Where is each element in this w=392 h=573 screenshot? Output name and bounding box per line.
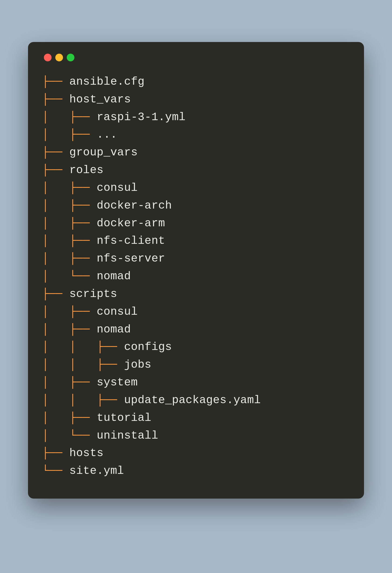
tree-row: ├── scripts [42, 285, 350, 303]
tree-item-name: jobs [124, 358, 151, 371]
tree-row: │ ├── tutorial [42, 409, 350, 427]
tree-row: │ ├── consul [42, 179, 350, 197]
tree-item-name: system [97, 376, 138, 389]
tree-row: ├── host_vars [42, 91, 350, 108]
tree-branch-prefix: │ ├── [42, 323, 97, 336]
tree-branch-prefix: ├── [42, 447, 69, 459]
tree-row: │ ├── ... [42, 126, 350, 144]
tree-row: │ ├── consul [42, 303, 350, 321]
tree-branch-prefix: │ │ ├── [42, 341, 124, 353]
terminal-window: ├── ansible.cfg├── host_vars│ ├── raspi-… [28, 42, 364, 499]
tree-row: │ │ ├── configs [42, 338, 350, 356]
tree-row: │ ├── system [42, 374, 350, 392]
tree-row: │ ├── nomad [42, 321, 350, 339]
tree-branch-prefix: │ ├── [42, 181, 97, 194]
tree-row: │ └── nomad [42, 268, 350, 285]
tree-item-name: docker-arm [97, 217, 165, 230]
tree-branch-prefix: ├── [42, 93, 69, 106]
tree-branch-prefix: │ ├── [42, 305, 97, 318]
tree-item-name: nfs-server [97, 252, 165, 265]
maximize-icon[interactable] [67, 54, 74, 61]
tree-branch-prefix: │ ├── [42, 234, 97, 247]
tree-row: │ └── uninstall [42, 427, 350, 445]
tree-branch-prefix: ├── [42, 164, 69, 176]
window-titlebar [42, 54, 350, 61]
tree-branch-prefix: │ ├── [42, 412, 97, 424]
tree-branch-prefix: ├── [42, 75, 69, 88]
tree-branch-prefix: │ │ ├── [42, 358, 124, 371]
tree-item-name: site.yml [69, 465, 124, 477]
tree-branch-prefix: │ ├── [42, 252, 97, 265]
tree-item-name: consul [97, 181, 138, 194]
tree-item-name: raspi-3-1.yml [97, 111, 185, 124]
tree-branch-prefix: │ │ ├── [42, 394, 124, 406]
tree-item-name: configs [124, 341, 172, 353]
tree-item-name: nfs-client [97, 234, 165, 247]
tree-branch-prefix: ├── [42, 146, 69, 159]
tree-row: │ ├── docker-arch [42, 197, 350, 215]
tree-branch-prefix: │ ├── [42, 128, 97, 141]
close-icon[interactable] [44, 54, 52, 61]
tree-row: │ ├── docker-arm [42, 215, 350, 232]
tree-row: ├── hosts [42, 445, 350, 462]
tree-branch-prefix: ├── [42, 288, 69, 300]
tree-branch-prefix: │ ├── [42, 111, 97, 124]
tree-item-name: hosts [69, 447, 104, 459]
tree-item-name: nomad [97, 323, 131, 336]
tree-row: │ │ ├── update_packages.yaml [42, 392, 350, 409]
tree-branch-prefix: │ └── [42, 270, 97, 283]
minimize-icon[interactable] [55, 54, 63, 61]
tree-item-name: ... [97, 128, 117, 141]
tree-item-name: roles [69, 164, 104, 176]
tree-branch-prefix: │ └── [42, 429, 97, 442]
tree-item-name: nomad [97, 270, 131, 283]
tree-item-name: update_packages.yaml [124, 394, 261, 406]
tree-row: │ │ ├── jobs [42, 356, 350, 374]
tree-row: ├── ansible.cfg [42, 73, 350, 91]
tree-row: └── site.yml [42, 462, 350, 480]
tree-item-name: group_vars [69, 146, 138, 159]
tree-branch-prefix: │ ├── [42, 376, 97, 389]
tree-branch-prefix: │ ├── [42, 217, 97, 230]
tree-branch-prefix: └── [42, 465, 69, 477]
tree-item-name: docker-arch [97, 199, 172, 212]
tree-item-name: consul [97, 305, 138, 318]
tree-row: ├── roles [42, 161, 350, 179]
tree-row: │ ├── nfs-server [42, 250, 350, 268]
tree-item-name: uninstall [97, 429, 158, 442]
tree-row: ├── group_vars [42, 144, 350, 161]
terminal-output: ├── ansible.cfg├── host_vars│ ├── raspi-… [42, 73, 350, 480]
tree-item-name: host_vars [69, 93, 131, 106]
tree-branch-prefix: │ ├── [42, 199, 97, 212]
tree-item-name: ansible.cfg [69, 75, 144, 88]
tree-row: │ ├── nfs-client [42, 232, 350, 250]
tree-item-name: scripts [69, 288, 117, 300]
tree-row: │ ├── raspi-3-1.yml [42, 108, 350, 126]
tree-item-name: tutorial [97, 412, 151, 424]
